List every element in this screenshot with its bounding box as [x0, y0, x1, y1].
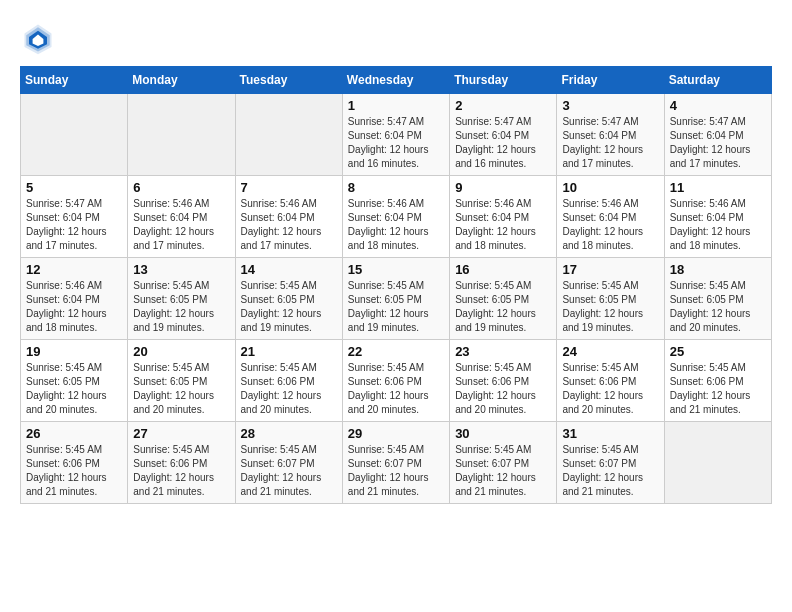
page-header: [20, 20, 772, 56]
logo: [20, 20, 62, 56]
day-number: 10: [562, 180, 658, 195]
column-header-wednesday: Wednesday: [342, 67, 449, 94]
calendar-cell: 20Sunrise: 5:45 AM Sunset: 6:05 PM Dayli…: [128, 340, 235, 422]
calendar-week-4: 19Sunrise: 5:45 AM Sunset: 6:05 PM Dayli…: [21, 340, 772, 422]
day-info: Sunrise: 5:45 AM Sunset: 6:06 PM Dayligh…: [455, 361, 551, 417]
calendar-cell: [664, 422, 771, 504]
day-info: Sunrise: 5:45 AM Sunset: 6:07 PM Dayligh…: [241, 443, 337, 499]
calendar-cell: 6Sunrise: 5:46 AM Sunset: 6:04 PM Daylig…: [128, 176, 235, 258]
day-info: Sunrise: 5:45 AM Sunset: 6:06 PM Dayligh…: [670, 361, 766, 417]
day-info: Sunrise: 5:45 AM Sunset: 6:05 PM Dayligh…: [26, 361, 122, 417]
calendar-cell: 12Sunrise: 5:46 AM Sunset: 6:04 PM Dayli…: [21, 258, 128, 340]
day-info: Sunrise: 5:45 AM Sunset: 6:05 PM Dayligh…: [670, 279, 766, 335]
day-info: Sunrise: 5:45 AM Sunset: 6:07 PM Dayligh…: [455, 443, 551, 499]
calendar-cell: 24Sunrise: 5:45 AM Sunset: 6:06 PM Dayli…: [557, 340, 664, 422]
calendar-week-1: 1Sunrise: 5:47 AM Sunset: 6:04 PM Daylig…: [21, 94, 772, 176]
calendar-cell: 30Sunrise: 5:45 AM Sunset: 6:07 PM Dayli…: [450, 422, 557, 504]
day-number: 6: [133, 180, 229, 195]
day-number: 4: [670, 98, 766, 113]
day-info: Sunrise: 5:45 AM Sunset: 6:06 PM Dayligh…: [26, 443, 122, 499]
calendar-cell: 22Sunrise: 5:45 AM Sunset: 6:06 PM Dayli…: [342, 340, 449, 422]
day-number: 24: [562, 344, 658, 359]
calendar-cell: 13Sunrise: 5:45 AM Sunset: 6:05 PM Dayli…: [128, 258, 235, 340]
calendar-cell: 8Sunrise: 5:46 AM Sunset: 6:04 PM Daylig…: [342, 176, 449, 258]
calendar-cell: 21Sunrise: 5:45 AM Sunset: 6:06 PM Dayli…: [235, 340, 342, 422]
day-info: Sunrise: 5:45 AM Sunset: 6:07 PM Dayligh…: [348, 443, 444, 499]
column-header-friday: Friday: [557, 67, 664, 94]
day-number: 30: [455, 426, 551, 441]
day-info: Sunrise: 5:45 AM Sunset: 6:06 PM Dayligh…: [348, 361, 444, 417]
calendar-cell: 9Sunrise: 5:46 AM Sunset: 6:04 PM Daylig…: [450, 176, 557, 258]
day-info: Sunrise: 5:46 AM Sunset: 6:04 PM Dayligh…: [133, 197, 229, 253]
day-info: Sunrise: 5:45 AM Sunset: 6:06 PM Dayligh…: [133, 443, 229, 499]
day-number: 15: [348, 262, 444, 277]
day-number: 2: [455, 98, 551, 113]
calendar-cell: 18Sunrise: 5:45 AM Sunset: 6:05 PM Dayli…: [664, 258, 771, 340]
calendar-cell: 2Sunrise: 5:47 AM Sunset: 6:04 PM Daylig…: [450, 94, 557, 176]
day-info: Sunrise: 5:47 AM Sunset: 6:04 PM Dayligh…: [455, 115, 551, 171]
calendar-cell: 4Sunrise: 5:47 AM Sunset: 6:04 PM Daylig…: [664, 94, 771, 176]
calendar-cell: 14Sunrise: 5:45 AM Sunset: 6:05 PM Dayli…: [235, 258, 342, 340]
day-info: Sunrise: 5:45 AM Sunset: 6:06 PM Dayligh…: [241, 361, 337, 417]
day-info: Sunrise: 5:45 AM Sunset: 6:05 PM Dayligh…: [455, 279, 551, 335]
column-header-sunday: Sunday: [21, 67, 128, 94]
calendar-cell: 3Sunrise: 5:47 AM Sunset: 6:04 PM Daylig…: [557, 94, 664, 176]
day-info: Sunrise: 5:45 AM Sunset: 6:05 PM Dayligh…: [241, 279, 337, 335]
column-header-saturday: Saturday: [664, 67, 771, 94]
calendar-cell: 15Sunrise: 5:45 AM Sunset: 6:05 PM Dayli…: [342, 258, 449, 340]
day-number: 9: [455, 180, 551, 195]
calendar-cell: 7Sunrise: 5:46 AM Sunset: 6:04 PM Daylig…: [235, 176, 342, 258]
day-info: Sunrise: 5:45 AM Sunset: 6:06 PM Dayligh…: [562, 361, 658, 417]
column-header-monday: Monday: [128, 67, 235, 94]
day-number: 14: [241, 262, 337, 277]
calendar-cell: 16Sunrise: 5:45 AM Sunset: 6:05 PM Dayli…: [450, 258, 557, 340]
calendar-cell: 27Sunrise: 5:45 AM Sunset: 6:06 PM Dayli…: [128, 422, 235, 504]
day-number: 25: [670, 344, 766, 359]
day-info: Sunrise: 5:47 AM Sunset: 6:04 PM Dayligh…: [348, 115, 444, 171]
day-number: 28: [241, 426, 337, 441]
calendar-cell: 31Sunrise: 5:45 AM Sunset: 6:07 PM Dayli…: [557, 422, 664, 504]
calendar-cell: 10Sunrise: 5:46 AM Sunset: 6:04 PM Dayli…: [557, 176, 664, 258]
day-info: Sunrise: 5:45 AM Sunset: 6:05 PM Dayligh…: [133, 279, 229, 335]
day-info: Sunrise: 5:47 AM Sunset: 6:04 PM Dayligh…: [670, 115, 766, 171]
day-number: 13: [133, 262, 229, 277]
day-number: 12: [26, 262, 122, 277]
day-number: 5: [26, 180, 122, 195]
calendar-cell: 5Sunrise: 5:47 AM Sunset: 6:04 PM Daylig…: [21, 176, 128, 258]
calendar-cell: 1Sunrise: 5:47 AM Sunset: 6:04 PM Daylig…: [342, 94, 449, 176]
day-info: Sunrise: 5:47 AM Sunset: 6:04 PM Dayligh…: [562, 115, 658, 171]
calendar-cell: 25Sunrise: 5:45 AM Sunset: 6:06 PM Dayli…: [664, 340, 771, 422]
day-number: 8: [348, 180, 444, 195]
calendar-week-5: 26Sunrise: 5:45 AM Sunset: 6:06 PM Dayli…: [21, 422, 772, 504]
day-info: Sunrise: 5:45 AM Sunset: 6:05 PM Dayligh…: [562, 279, 658, 335]
calendar-cell: 23Sunrise: 5:45 AM Sunset: 6:06 PM Dayli…: [450, 340, 557, 422]
day-info: Sunrise: 5:46 AM Sunset: 6:04 PM Dayligh…: [562, 197, 658, 253]
day-info: Sunrise: 5:45 AM Sunset: 6:07 PM Dayligh…: [562, 443, 658, 499]
day-number: 1: [348, 98, 444, 113]
calendar-cell: [235, 94, 342, 176]
day-number: 17: [562, 262, 658, 277]
calendar-week-2: 5Sunrise: 5:47 AM Sunset: 6:04 PM Daylig…: [21, 176, 772, 258]
day-number: 31: [562, 426, 658, 441]
column-header-tuesday: Tuesday: [235, 67, 342, 94]
day-info: Sunrise: 5:46 AM Sunset: 6:04 PM Dayligh…: [670, 197, 766, 253]
calendar-cell: [128, 94, 235, 176]
calendar-cell: [21, 94, 128, 176]
calendar-cell: 28Sunrise: 5:45 AM Sunset: 6:07 PM Dayli…: [235, 422, 342, 504]
day-info: Sunrise: 5:46 AM Sunset: 6:04 PM Dayligh…: [26, 279, 122, 335]
day-info: Sunrise: 5:47 AM Sunset: 6:04 PM Dayligh…: [26, 197, 122, 253]
day-number: 22: [348, 344, 444, 359]
calendar-cell: 26Sunrise: 5:45 AM Sunset: 6:06 PM Dayli…: [21, 422, 128, 504]
logo-icon: [20, 20, 56, 56]
calendar-cell: 17Sunrise: 5:45 AM Sunset: 6:05 PM Dayli…: [557, 258, 664, 340]
column-header-thursday: Thursday: [450, 67, 557, 94]
day-number: 16: [455, 262, 551, 277]
day-info: Sunrise: 5:46 AM Sunset: 6:04 PM Dayligh…: [348, 197, 444, 253]
day-number: 18: [670, 262, 766, 277]
calendar-cell: 29Sunrise: 5:45 AM Sunset: 6:07 PM Dayli…: [342, 422, 449, 504]
day-number: 27: [133, 426, 229, 441]
day-info: Sunrise: 5:46 AM Sunset: 6:04 PM Dayligh…: [241, 197, 337, 253]
day-number: 20: [133, 344, 229, 359]
day-info: Sunrise: 5:46 AM Sunset: 6:04 PM Dayligh…: [455, 197, 551, 253]
day-number: 19: [26, 344, 122, 359]
